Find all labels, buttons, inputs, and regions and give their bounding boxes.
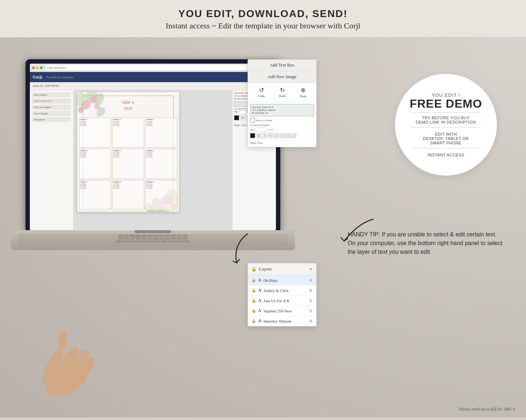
layer-item-ashley-chris[interactable]: 🔒 A Ashley & Chris 🗑 <box>248 285 316 296</box>
corjl-nav: NoorayParty Templates <box>46 76 74 79</box>
laptop-hinge <box>135 230 171 233</box>
superscript-btn[interactable]: ⬜ <box>285 133 290 138</box>
layer-delete-2-icon[interactable]: 🗑 <box>309 288 313 292</box>
rp-color-swatch <box>234 115 239 120</box>
handy-tip: HANDY TIP: If you are unable to select &… <box>348 230 504 256</box>
fdc-separator-3 <box>411 148 481 148</box>
floating-corjl-panel: Add Text Box Add New Image ↺ Undo ↻ Redo… <box>248 59 317 147</box>
table-7: TABLE 7 Guest NameGuest NameGuest NameGu… <box>79 180 111 210</box>
snap-icon: ⊕ <box>301 87 305 93</box>
browser-close-dot <box>32 67 35 69</box>
corjl-logo: Corjl. <box>33 75 43 79</box>
fdc-demo-link: DEMO LINK IN DESCRIPTION <box>416 120 476 124</box>
height-input[interactable] <box>256 128 266 132</box>
layer-delete-4-icon[interactable]: 🗑 <box>309 309 313 313</box>
table-2: TABLE 2 Guest NameGuest NameGuest NameGu… <box>112 117 144 148</box>
resize-image-checkbox[interactable] <box>250 118 255 123</box>
snap-tool[interactable]: ⊕ Snap <box>300 87 306 98</box>
browser-url: corjl.com/orders <box>47 66 66 69</box>
add-new-image-button[interactable]: Add New Image <box>248 71 316 83</box>
browser-min-dot <box>36 67 39 69</box>
layer-delete-1-icon[interactable]: 🗑 <box>309 278 313 282</box>
hand <box>29 323 95 396</box>
text-preview: PLEASE JOIN US FON A BRIDAL BRUNIN HONOR… <box>250 104 314 116</box>
undo-icon: ↺ <box>259 87 264 93</box>
corjl-nav-item: NoorayParty Templates <box>46 76 74 79</box>
browser-content: Corjl. NoorayParty Templates Order Id: 1… <box>30 72 276 230</box>
layers-chevron-icon[interactable]: ▼ <box>309 267 313 271</box>
layer-delete-3-icon[interactable]: 🗑 <box>309 299 313 303</box>
sidebar-item-save: Save Changes <box>32 111 71 116</box>
undo-tool[interactable]: ↺ Undo <box>258 87 265 98</box>
browser-chrome: corjl.com/orders <box>30 64 276 72</box>
layer-text-2-icon: A <box>258 288 261 293</box>
italic-format-btn[interactable]: I <box>262 133 267 138</box>
table-1: TABLE 1 Guest NameGuest NameGuest NameGu… <box>79 117 111 148</box>
fdc-instant: INSTANT ACCESS <box>428 153 464 157</box>
resize-image-row: Resize as Image <box>250 118 314 123</box>
fdc-separator-1 <box>411 112 481 113</box>
layers-panel: 🔒 Layers ▼ 🔒 A Oh Baby 🗑 🔒 A Ashley & Ch… <box>248 263 317 327</box>
layer-item-join-us[interactable]: 🔒 A Join Us For A B 🗑 <box>248 296 316 306</box>
layer-lock-1-icon: 🔒 <box>252 278 256 282</box>
layer-label-5: Saturday SEptem <box>264 319 307 323</box>
layer-lock-4-icon: 🔒 <box>252 309 256 313</box>
corjl-toolbar: Order Id: 1500758194 <box>30 82 276 90</box>
layer-delete-5-icon[interactable]: 🗑 <box>309 319 313 323</box>
table-8: TABLE 8 Guest NameGuest NameGuest NameGu… <box>112 180 144 210</box>
table-6: TABLE 6 Guest NameGuest NameGuest NameGu… <box>145 149 177 179</box>
main-area: corjl.com/orders Corjl. NoorayParty Temp… <box>0 37 526 417</box>
laptop-screen: corjl.com/orders Corjl. NoorayParty Temp… <box>25 59 280 230</box>
layer-lock-2-icon: 🔒 <box>252 288 256 292</box>
layer-lock-3-icon: 🔒 <box>252 299 256 303</box>
layer-label-3: Join Us For A B <box>264 299 307 303</box>
add-text-box-button[interactable]: Add Text Box <box>248 60 316 71</box>
font-family-row: Garamond Regular <box>250 124 314 127</box>
fdc-try-before: TRY BEFORE YOU BUY <box>422 116 470 120</box>
sidebar-item-incomplete: ● INCOMPLETE <box>32 99 71 104</box>
layer-text-1-icon: A <box>258 277 261 283</box>
seating-chart: take aseat TABLE 1 Guest NameGuest NameG… <box>77 92 179 212</box>
browser-max-dot <box>40 67 43 69</box>
align-center-format-btn[interactable]: ⬜ <box>280 133 285 138</box>
align-left-format-btn[interactable]: ⬜ <box>274 133 279 138</box>
banner-headline: YOU EDIT, DOWNLOAD, SEND! <box>0 8 526 20</box>
snap-label: Snap <box>300 94 306 98</box>
underline-format-btn[interactable]: U <box>268 133 273 138</box>
fdc-devices: DESKTOP, TABLET OR <box>423 136 469 141</box>
layers-header: 🔒 Layers ▼ <box>248 263 316 275</box>
layer-item-saturday[interactable]: 🔒 A Saturday SEptem 🗑 <box>248 316 316 326</box>
layer-text-3-icon: A <box>258 298 261 303</box>
macbook-label: MacBook Pro <box>131 235 155 238</box>
font-color-swatch[interactable] <box>250 133 255 138</box>
fdc-separator-2 <box>411 127 481 128</box>
order-id-label: Order Id: 1500758194 <box>33 84 59 88</box>
subscript-btn[interactable]: ⬜ <box>291 133 296 138</box>
redo-tool[interactable]: ↻ Redo <box>279 87 286 98</box>
redo-icon: ↻ <box>280 87 285 93</box>
layer-item-oh-baby[interactable]: 🔒 A Oh Baby 🗑 <box>248 275 316 285</box>
corjl-canvas: take aseat TABLE 1 Guest NameGuest NameG… <box>74 90 276 230</box>
handy-tip-text: HANDY TIP: If you are unable to select &… <box>348 231 502 255</box>
seating-chart-tables: TABLE 1 Guest NameGuest NameGuest NameGu… <box>79 117 177 210</box>
corjl-main: Hold Name 1 ● INCOMPLETE Save As Origina… <box>30 90 276 230</box>
corjl-sidebar: Hold Name 1 ● INCOMPLETE Save As Origina… <box>30 90 74 230</box>
table-5: TABLE 5 Guest NameGuest NameGuest NameGu… <box>112 149 144 179</box>
layer-item-supinos[interactable]: 🔒 A Supinos 250 New 🗑 <box>248 306 316 316</box>
free-demo-circle: YOU EDIT ! FREE DEMO TRY BEFORE YOU BUY … <box>395 74 497 176</box>
sidebar-item-original: Save As Original <box>32 105 71 110</box>
screen-inner: corjl.com/orders Corjl. NoorayParty Temp… <box>30 64 276 230</box>
layer-label-1: Oh Baby <box>264 278 307 283</box>
layer-text-4-icon: A <box>258 308 261 313</box>
corjl-header: Corjl. NoorayParty Templates <box>30 72 276 82</box>
color-font-row: B I U ⬜ ⬜ ⬜ ⬜ <box>250 133 314 138</box>
bold-format-btn[interactable]: B <box>256 133 261 138</box>
bold-btn[interactable]: B <box>240 115 245 120</box>
banner-subline: Instant access ~ Edit the template in yo… <box>0 21 526 31</box>
seating-chart-title: take aseat <box>122 99 134 112</box>
fdc-free-demo: FREE DEMO <box>410 98 482 109</box>
fdc-edit-with: EDIT WITH <box>435 132 457 136</box>
fcp-tools-row: ↺ Undo ↻ Redo ⊕ Snap <box>248 83 316 102</box>
layer-lock-5-icon: 🔒 <box>252 319 256 323</box>
fcp-content: PLEASE JOIN US FON A BRIDAL BRUNIN HONOR… <box>248 102 316 147</box>
